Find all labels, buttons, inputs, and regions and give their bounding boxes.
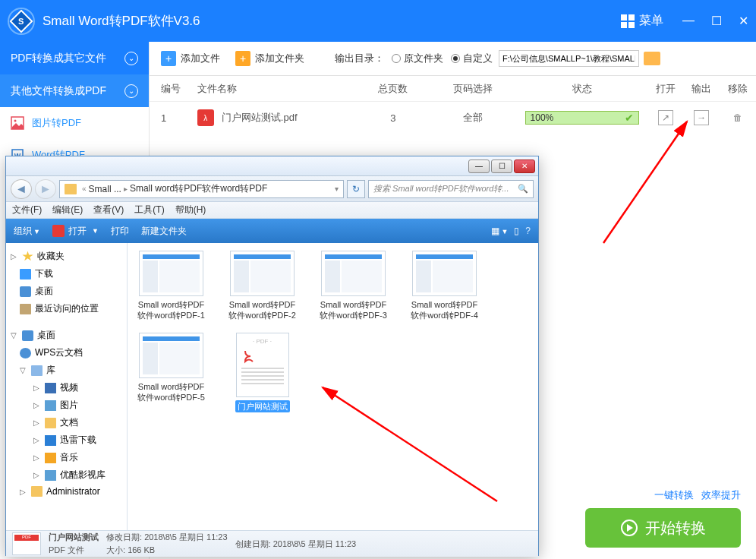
maximize-button[interactable]: ☐ — [711, 14, 722, 28]
promo-text: 一键转换 效率提升 — [654, 488, 741, 502]
search-input[interactable]: 搜索 Small word转PDF软件word转... 🔍 — [368, 180, 534, 198]
file-item[interactable]: Small word转PDF软件word转PDF-3 — [317, 251, 389, 321]
pdf-icon: λ — [197, 109, 214, 126]
th-page-select: 页码选择 — [430, 82, 517, 96]
radio-original-label: 原文件夹 — [404, 52, 443, 65]
th-remove: 移除 — [720, 82, 756, 96]
sidebar-item-img-to-pdf[interactable]: 图片转PDF — [0, 107, 149, 139]
tree-favorites[interactable]: ▷收藏夹 — [6, 248, 127, 265]
menu-view[interactable]: 查看(V) — [93, 204, 124, 216]
help-button[interactable]: ? — [525, 226, 531, 236]
play-icon — [621, 520, 638, 536]
open-button[interactable]: ↗ — [658, 110, 673, 125]
browse-folder-button[interactable] — [644, 52, 660, 65]
preview-pane-button[interactable]: ▯ — [514, 226, 519, 236]
file-item[interactable]: Small word转PDF软件word转PDF-1 — [135, 251, 207, 321]
menu-file[interactable]: 文件(F) — [12, 204, 42, 216]
explorer-maximize[interactable]: ☐ — [491, 159, 512, 173]
explorer-close[interactable]: ✕ — [514, 159, 535, 173]
pdf-icon — [52, 225, 65, 237]
explorer-menubar: 文件(F) 编辑(E) 查看(V) 工具(T) 帮助(H) — [6, 202, 538, 219]
tree-libraries[interactable]: ▽库 — [6, 362, 127, 379]
status-filename: 门户网站测试 — [49, 532, 99, 543]
sidebar-section-other-to-pdf[interactable]: 其他文件转换成PDF ⌄ — [0, 74, 149, 107]
menu-button[interactable]: 菜单 — [621, 13, 663, 29]
bottom-panel: 一键转换 效率提升 开始转换 — [585, 488, 741, 548]
file-item[interactable]: Small word转PDF软件word转PDF-2 — [226, 251, 298, 321]
back-button[interactable]: ◄ — [11, 179, 32, 199]
folder-plus-icon: + — [235, 51, 250, 66]
tree-documents[interactable]: ▷文档 — [6, 414, 127, 431]
add-folder-button[interactable]: + 添加文件夹 — [235, 51, 304, 66]
cell-page-select[interactable]: 全部 — [430, 111, 517, 125]
file-item[interactable]: Small word转PDF软件word转PDF-5 — [135, 333, 207, 412]
explorer-file-list: Small word转PDF软件word转PDF-1 Small word转PD… — [128, 243, 538, 530]
tree-music[interactable]: ▷音乐 — [6, 449, 127, 466]
cell-number: 1 — [161, 112, 197, 124]
window-controls: — ☐ ✕ — [682, 14, 748, 28]
tree-pictures[interactable]: ▷图片 — [6, 396, 127, 414]
explorer-body: ▷收藏夹 下载 桌面 最近访问的位置 ▽桌面 WPS云文档 ▽库 ▷视频 ▷图片… — [6, 243, 538, 530]
menu-edit[interactable]: 编辑(E) — [52, 204, 83, 216]
th-number: 编号 — [161, 82, 197, 96]
cell-filename: 门户网站测试.pdf — [222, 111, 298, 125]
th-open: 打开 — [647, 82, 684, 96]
radio-original[interactable] — [392, 54, 401, 63]
tool-open[interactable]: 打开▼ — [52, 225, 99, 238]
folder-icon — [65, 184, 77, 194]
file-item[interactable]: Small word转PDF软件word转PDF-4 — [408, 251, 480, 321]
check-icon: ✔ — [625, 112, 634, 124]
tree-wps[interactable]: WPS云文档 — [6, 344, 127, 362]
tool-print[interactable]: 打印 — [111, 225, 129, 238]
svg-line-4 — [603, 122, 687, 243]
menu-tool[interactable]: 工具(T) — [134, 204, 164, 216]
view-mode-button[interactable]: ▦▼ — [491, 226, 508, 236]
menu-help[interactable]: 帮助(H) — [175, 204, 206, 216]
explorer-statusbar: PDF 门户网站测试 PDF 文件 修改日期: 2018\8\5 星期日 11:… — [6, 530, 538, 557]
radio-custom-label: 自定义 — [463, 52, 493, 65]
tree-recent[interactable]: 最近访问的位置 — [6, 300, 127, 317]
status-filetype: PDF 文件 — [49, 545, 99, 556]
minimize-button[interactable]: — — [682, 14, 695, 28]
tree-desktop[interactable]: 桌面 — [6, 283, 127, 300]
th-status: 状态 — [517, 82, 647, 96]
th-pages: 总页数 — [357, 82, 430, 96]
tree-admin[interactable]: ▷Administrator — [6, 484, 127, 499]
remove-button[interactable]: 🗑 — [730, 110, 745, 125]
th-output: 输出 — [683, 82, 720, 96]
output-dir-label: 输出目录： — [335, 52, 384, 65]
sidebar-section-pdf-to-other[interactable]: PDF转换成其它文件 ⌄ — [0, 42, 149, 74]
tree-youku[interactable]: ▷优酷影视库 — [6, 466, 127, 484]
explorer-toolbar: 组织▼ 打开▼ 打印 新建文件夹 ▦▼ ▯ ? — [6, 219, 538, 243]
forward-button[interactable]: ► — [35, 179, 56, 199]
file-explorer-window: — ☐ ✕ ◄ ► « Small ... ▸ Small word转PDF软件… — [5, 156, 539, 556]
tree-downloads[interactable]: 下载 — [6, 265, 127, 283]
explorer-titlebar: — ☐ ✕ — [6, 156, 538, 176]
output-button[interactable]: → — [694, 110, 709, 125]
breadcrumb[interactable]: « Small ... ▸ Small word转PDF软件word转PDF ▾ — [59, 180, 344, 198]
file-type-icon: PDF — [12, 532, 41, 555]
table-row: 1 λ 门户网站测试.pdf 3 全部 100% ✔ ↗ → 🗑 — [150, 102, 756, 134]
tool-new-folder[interactable]: 新建文件夹 — [141, 225, 187, 238]
close-button[interactable]: ✕ — [739, 14, 748, 28]
explorer-minimize[interactable]: — — [468, 159, 490, 173]
output-path-input[interactable] — [499, 50, 639, 67]
titlebar: S Small Word转PDF软件V3.6 菜单 — ☐ ✕ — [0, 0, 756, 42]
tree-desktop-root[interactable]: ▽桌面 — [6, 327, 127, 344]
add-file-button[interactable]: + 添加文件 — [161, 51, 220, 66]
table-header: 编号 文件名称 总页数 页码选择 状态 打开 输出 移除 — [150, 76, 756, 102]
menu-label: 菜单 — [639, 13, 663, 29]
radio-custom[interactable] — [451, 54, 460, 63]
tree-video[interactable]: ▷视频 — [6, 379, 127, 396]
tree-xunlei[interactable]: ▷迅雷下载 — [6, 431, 127, 449]
explorer-nav: ◄ ► « Small ... ▸ Small word转PDF软件word转P… — [6, 176, 538, 202]
cell-pages: 3 — [357, 112, 430, 124]
start-convert-button[interactable]: 开始转换 — [585, 508, 741, 548]
file-table: 编号 文件名称 总页数 页码选择 状态 打开 输出 移除 1 λ 门户网站测试.… — [150, 76, 756, 134]
refresh-button[interactable]: ↻ — [347, 180, 365, 198]
explorer-tree: ▷收藏夹 下载 桌面 最近访问的位置 ▽桌面 WPS云文档 ▽库 ▷视频 ▷图片… — [6, 243, 128, 530]
chevron-down-icon: ⌄ — [124, 52, 138, 65]
tool-organize[interactable]: 组织▼ — [14, 225, 40, 238]
progress-bar: 100% ✔ — [525, 111, 639, 125]
file-item-selected[interactable]: · PDF · 门户网站测试 — [226, 333, 298, 412]
